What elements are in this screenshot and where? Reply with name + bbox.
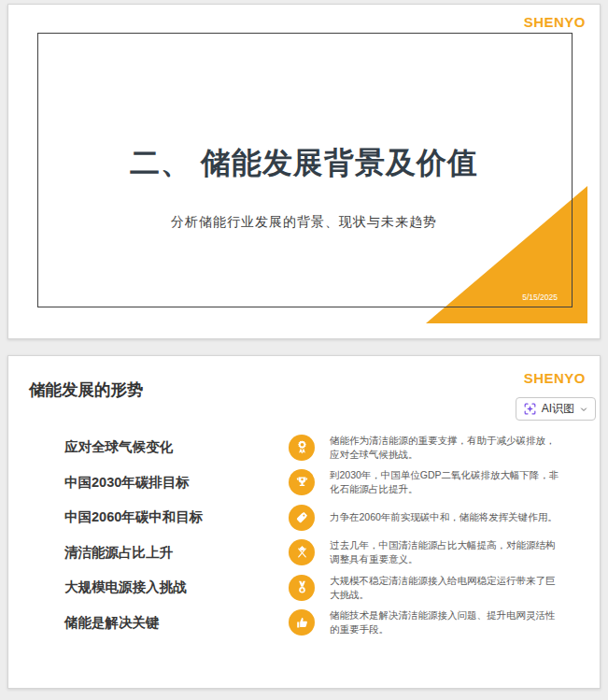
- slide-2[interactable]: SHENYO 储能发展的形势 AI识图 应对全球气候变化 储能作: [7, 355, 601, 689]
- trophy-icon: [289, 469, 315, 495]
- item-description: 到2030年，中国单位GDP二氧化碳排放大幅下降，非化石能源占比提升。: [330, 468, 561, 496]
- award-ribbon-icon: [289, 435, 315, 461]
- list-item: 中国2060年碳中和目标 力争在2060年前实现碳中和，储能将发挥关键作用。: [64, 500, 564, 536]
- crossed-flags-icon: [289, 539, 315, 565]
- item-label: 应对全球气候变化: [64, 438, 289, 456]
- ai-recognize-label: AI识图: [542, 401, 574, 417]
- list-item: 大规模电源接入挑战 大规模不稳定清洁能源接入给电网稳定运行带来了巨大挑战。: [64, 570, 564, 606]
- item-label: 大规模电源接入挑战: [64, 579, 289, 596]
- item-description: 储能作为清洁能源的重要支撑，有助于减少碳排放，应对全球气候挑战。: [330, 434, 561, 462]
- item-label: 中国2060年碳中和目标: [64, 508, 289, 526]
- situation-list: 应对全球气候变化 储能作为清洁能源的重要支撑，有助于减少碳排放，应对全球气候挑战…: [64, 430, 564, 640]
- corner-triangle-decoration: [426, 186, 587, 323]
- thumbs-up-icon: [289, 609, 315, 636]
- ai-scan-sparkle-icon: [523, 402, 537, 416]
- item-description: 过去几年，中国清洁能源占比大幅提高，对能源结构调整具有重要意义。: [330, 538, 561, 566]
- brand-logo: SHENYO: [524, 370, 586, 386]
- slide-1[interactable]: SHENYO 二、 储能发展背景及价值 分析储能行业发展的背景、现状与未来趋势 …: [7, 4, 601, 339]
- item-label: 储能是解决关键: [64, 614, 289, 632]
- slide-date: 5/15/2025: [522, 293, 558, 302]
- item-description: 力争在2060年前实现碳中和，储能将发挥关键作用。: [330, 510, 561, 524]
- item-description: 储能技术是解决清洁能源接入问题、提升电网灵活性的重要手段。: [330, 608, 561, 636]
- list-item: 储能是解决关键 储能技术是解决清洁能源接入问题、提升电网灵活性的重要手段。: [64, 606, 564, 641]
- list-item: 清洁能源占比上升 过去几年，中国清洁能源占比大幅提高，对能源结构调整具有重要意义…: [64, 536, 564, 571]
- ai-recognize-button[interactable]: AI识图: [516, 397, 596, 421]
- item-label: 清洁能源占比上升: [64, 544, 289, 562]
- list-item: 中国2030年碳排目标 到2030年，中国单位GDP二氧化碳排放大幅下降，非化石…: [64, 465, 564, 501]
- slide-title: 二、 储能发展背景及价值: [8, 143, 600, 184]
- item-label: 中国2030年碳排目标: [64, 474, 289, 492]
- list-item: 应对全球气候变化 储能作为清洁能源的重要支撑，有助于减少碳排放，应对全球气候挑战…: [64, 430, 564, 465]
- medal-icon: [289, 575, 315, 601]
- chevron-down-icon: [579, 405, 588, 414]
- slide-subtitle: 分析储能行业发展的背景、现状与未来趋势: [8, 214, 600, 231]
- tag-icon: [289, 505, 315, 531]
- page-title: 储能发展的形势: [29, 379, 144, 401]
- brand-logo: SHENYO: [524, 14, 586, 30]
- item-description: 大规模不稳定清洁能源接入给电网稳定运行带来了巨大挑战。: [330, 574, 561, 602]
